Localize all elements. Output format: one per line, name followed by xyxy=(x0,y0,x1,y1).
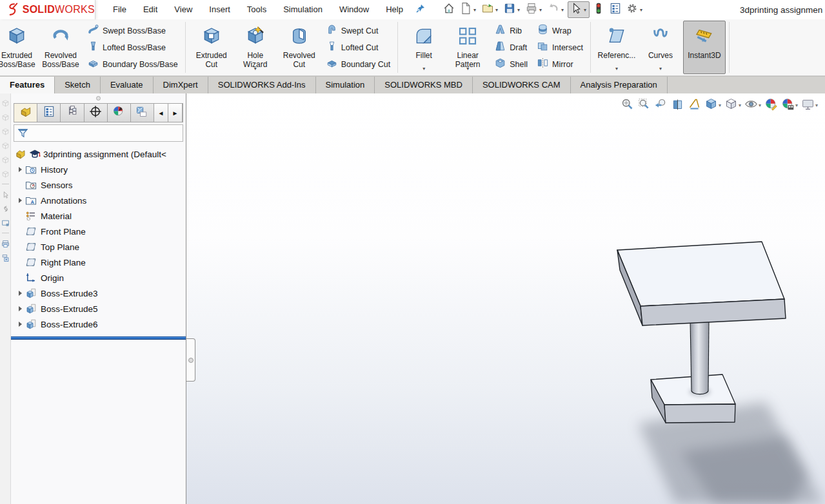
menu-insert[interactable]: Insert xyxy=(201,0,239,19)
tab-sketch[interactable]: Sketch xyxy=(55,77,101,93)
settings-gear-button[interactable]: ▾ xyxy=(624,1,645,18)
extruded-boss-button[interactable]: Extruded Boss/Base xyxy=(0,21,38,74)
extruded-cut-button[interactable]: Extruded Cut xyxy=(190,21,233,74)
select-cursor-button[interactable]: ▾ xyxy=(568,1,590,18)
annotation-views-button[interactable] xyxy=(687,96,702,115)
tab-solidworks-add-ins[interactable]: SOLIDWORKS Add-Ins xyxy=(208,77,316,93)
menu-tools[interactable]: Tools xyxy=(239,0,275,19)
model-stem[interactable] xyxy=(690,320,709,394)
options-list-button[interactable] xyxy=(608,1,623,18)
printer-blue-icon[interactable] xyxy=(1,239,10,247)
tree-filter-box[interactable] xyxy=(14,124,183,142)
shell-button[interactable]: Shell xyxy=(492,56,530,72)
menu-view[interactable]: View xyxy=(166,0,201,19)
tree-item-history[interactable]: History xyxy=(11,162,186,177)
menu-window[interactable]: Window xyxy=(331,0,377,19)
menu-file[interactable]: File xyxy=(104,0,135,19)
fillet-button[interactable]: Fillet▾ xyxy=(403,21,445,74)
expander-arrow[interactable] xyxy=(15,198,25,203)
cube-outline-icon[interactable] xyxy=(1,99,10,107)
wrap-button[interactable]: Wrap xyxy=(534,23,586,39)
apply-scene-button[interactable]: ▾ xyxy=(780,96,799,115)
tree-item-sensors[interactable]: Sensors xyxy=(11,177,186,193)
panel-tab-scroll-right[interactable]: ► xyxy=(168,104,183,122)
expander-arrow[interactable] xyxy=(15,306,25,311)
revolved-cut-button[interactable]: Revolved Cut xyxy=(278,21,321,74)
view-settings-button[interactable]: ▾ xyxy=(800,96,819,115)
tree-item-annotations[interactable]: A Annotations xyxy=(11,193,186,208)
print-button[interactable]: ▾ xyxy=(524,1,544,18)
mirror-button[interactable]: Mirror xyxy=(534,56,586,72)
panel-collapse-handle[interactable] xyxy=(11,93,186,103)
model-3d-table[interactable] xyxy=(186,93,825,504)
expander-arrow[interactable] xyxy=(15,167,25,172)
view-orientation-button[interactable]: ▾ xyxy=(704,96,722,115)
dropdown-caret[interactable]: ▾ xyxy=(615,66,618,72)
panel-tab-scroll-left[interactable]: ◄ xyxy=(154,104,168,122)
tree-item-material-not-specified-[interactable]: Material xyxy=(11,208,186,224)
wrench-icon[interactable] xyxy=(1,204,10,213)
display-style-button[interactable]: ▾ xyxy=(724,96,742,115)
cursor-icon[interactable] xyxy=(1,190,10,199)
open-document-button[interactable]: ▾ xyxy=(480,1,501,18)
graphics-area[interactable]: ▾▾▾▾▾ xyxy=(186,93,825,504)
previous-view-button[interactable] xyxy=(653,96,668,115)
zoom-to-fit-button[interactable] xyxy=(620,96,635,115)
tab-analysis-preparation[interactable]: Analysis Preparation xyxy=(571,77,668,93)
tree-item-right-plane[interactable]: Right Plane xyxy=(11,255,186,270)
curves-button[interactable]: Curves▾ xyxy=(639,21,682,74)
boundary-boss-button[interactable]: Boundary Boss/Base xyxy=(84,56,181,72)
tree-item-origin[interactable]: Origin xyxy=(11,270,186,286)
cube-outline-icon[interactable] xyxy=(1,155,10,164)
menu-edit[interactable]: Edit xyxy=(135,0,166,19)
menu-simulation[interactable]: Simulation xyxy=(275,0,331,19)
save-button[interactable]: ▾ xyxy=(502,1,522,18)
tree-item-boss-extrude6[interactable]: Boss-Extrude6 xyxy=(11,316,186,332)
tree-item-front-plane[interactable]: Front Plane xyxy=(11,224,186,239)
dropdown-caret[interactable]: ▾ xyxy=(659,66,662,72)
tree-item-boss-extrude3[interactable]: Boss-Extrude3 xyxy=(11,286,186,301)
model-top-plate[interactable] xyxy=(617,242,786,325)
undo-button[interactable]: ▾ xyxy=(546,1,566,18)
hole-wizard-button[interactable]: Hole Wizard▾ xyxy=(234,21,277,74)
rollback-bar[interactable] xyxy=(11,336,186,340)
panel-tab-propertymanager[interactable] xyxy=(37,104,61,122)
expander-arrow[interactable] xyxy=(15,291,25,296)
panel-tab-displaymanager[interactable] xyxy=(108,104,131,122)
panel-tab-featuremanager[interactable] xyxy=(14,104,37,122)
tab-simulation[interactable]: Simulation xyxy=(316,77,375,93)
tab-features[interactable]: Features xyxy=(0,77,55,93)
tab-dimxpert[interactable]: DimXpert xyxy=(154,77,208,93)
reference-geometry-button[interactable]: Referenc...▾ xyxy=(595,21,638,74)
panel-tab-dimxpertmanager[interactable] xyxy=(84,104,108,122)
linear-pattern-button[interactable]: Linear Pattern▾ xyxy=(446,21,489,74)
hide-show-items-button[interactable]: ▾ xyxy=(744,96,762,115)
cube-outline-icon[interactable] xyxy=(1,170,10,178)
expander-arrow[interactable] xyxy=(15,322,25,327)
home-button[interactable] xyxy=(441,1,457,18)
rebuild-traffic-light-button[interactable] xyxy=(591,1,606,18)
draft-button[interactable]: Draft xyxy=(492,39,530,55)
boundary-cut-button[interactable]: Boundary Cut xyxy=(323,56,393,72)
tab-solidworks-mbd[interactable]: SOLIDWORKS MBD xyxy=(375,77,473,93)
new-document-button[interactable]: ▾ xyxy=(458,1,479,18)
cube-outline-icon[interactable] xyxy=(1,113,10,121)
tree-item-top-plane[interactable]: Top Plane xyxy=(11,239,186,255)
monitor-icon[interactable] xyxy=(1,218,10,227)
tab-evaluate[interactable]: Evaluate xyxy=(101,77,154,93)
rib-button[interactable]: Rib xyxy=(492,23,530,39)
revolved-boss-button[interactable]: Revolved Boss/Base xyxy=(39,21,82,74)
cube-outline-icon[interactable] xyxy=(1,141,10,150)
zoom-to-area-button[interactable] xyxy=(637,96,651,115)
tab-solidworks-cam[interactable]: SOLIDWORKS CAM xyxy=(473,77,571,93)
cube-outline-icon[interactable] xyxy=(1,127,10,135)
section-view-button[interactable] xyxy=(670,96,685,115)
lofted-cut-button[interactable]: Lofted Cut xyxy=(323,39,393,55)
edit-appearance-button[interactable] xyxy=(764,96,779,115)
panel-tab-cam-manager[interactable] xyxy=(131,104,154,122)
swept-boss-button[interactable]: Swept Boss/Base xyxy=(84,23,181,39)
grid-blue-icon[interactable] xyxy=(1,253,10,262)
dropdown-caret[interactable]: ▾ xyxy=(254,66,257,72)
swept-cut-button[interactable]: Swept Cut xyxy=(323,23,393,39)
tree-item-boss-extrude5[interactable]: Boss-Extrude5 xyxy=(11,301,186,316)
